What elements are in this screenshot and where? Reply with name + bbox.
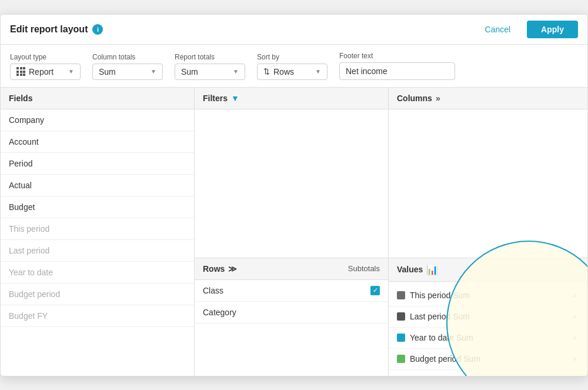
sort-by-value: Rows bbox=[273, 67, 294, 76]
column-totals-chevron: ▼ bbox=[151, 68, 156, 75]
layout-type-label: Layout type bbox=[10, 53, 81, 61]
column-totals-group: Column totals Sum ▼ bbox=[92, 53, 163, 80]
fields-list: CompanyAccountPeriodActualBudgetThis per… bbox=[1, 109, 194, 327]
value-remove-button[interactable]: × bbox=[570, 354, 579, 365]
value-label: Last period Sum bbox=[410, 312, 565, 321]
value-item: Last period Sum× bbox=[389, 306, 587, 328]
value-remove-button[interactable]: × bbox=[570, 290, 579, 301]
fields-header: Fields bbox=[1, 88, 194, 109]
report-totals-select[interactable]: Sum ▼ bbox=[175, 64, 245, 80]
value-label: Year to date Sum bbox=[410, 333, 565, 342]
field-item[interactable]: Last period bbox=[1, 240, 194, 262]
columns-title: Columns bbox=[397, 94, 432, 103]
columns-header: Columns » bbox=[389, 88, 587, 109]
filters-body bbox=[195, 109, 388, 258]
layout-type-select[interactable]: Report ▼ bbox=[10, 64, 81, 80]
value-color-indicator bbox=[397, 355, 405, 363]
checkbox-check: ✓ bbox=[373, 287, 378, 294]
layout-type-value: Report bbox=[29, 67, 54, 76]
modal-header: Edit report layout i Cancel Apply bbox=[1, 15, 587, 45]
footer-text-input[interactable] bbox=[339, 62, 455, 80]
filters-panel: Filters ▼ bbox=[195, 88, 388, 258]
row-item-label: Category bbox=[203, 308, 236, 317]
columns-panel: Columns » bbox=[389, 88, 587, 258]
rows-list: Class✓Category bbox=[195, 280, 388, 324]
fields-panel: Fields CompanyAccountPeriodActualBudgetT… bbox=[1, 88, 195, 376]
footer-text-group: Footer text bbox=[339, 52, 455, 80]
value-color-indicator bbox=[397, 334, 405, 342]
report-totals-value: Sum bbox=[181, 67, 198, 76]
value-remove-button[interactable]: × bbox=[570, 311, 579, 322]
columns-body bbox=[389, 109, 587, 258]
value-label: Budget period Sum bbox=[410, 354, 565, 364]
value-color-indicator bbox=[397, 312, 405, 321]
field-item[interactable]: Account bbox=[1, 131, 194, 153]
fields-title: Fields bbox=[9, 94, 32, 103]
edit-report-layout-modal: Edit report layout i Cancel Apply Layout… bbox=[0, 14, 588, 376]
report-totals-group: Report totals Sum ▼ bbox=[175, 53, 245, 80]
values-header: Values 📊 bbox=[389, 258, 587, 282]
value-label: This period Sum bbox=[410, 291, 565, 300]
row-item: Class✓ bbox=[195, 280, 388, 302]
field-item[interactable]: Budget period bbox=[1, 284, 194, 305]
field-item[interactable]: Company bbox=[1, 109, 194, 131]
values-list: This period Sum×Last period Sum×Year to … bbox=[389, 282, 587, 374]
subtotal-checkbox[interactable]: ✓ bbox=[370, 286, 380, 295]
sort-by-select[interactable]: ⇅ Rows ▼ bbox=[257, 64, 328, 80]
apply-button[interactable]: Apply bbox=[527, 21, 578, 38]
value-item: Year to date Sum× bbox=[389, 328, 587, 349]
report-totals-label: Report totals bbox=[175, 53, 245, 61]
info-icon[interactable]: i bbox=[92, 24, 103, 35]
field-item[interactable]: Year to date bbox=[1, 262, 194, 284]
field-item[interactable]: Period bbox=[1, 153, 194, 175]
middle-column: Filters ▼ Rows ≫ Subtotals Class✓Categor… bbox=[195, 88, 389, 376]
field-item[interactable]: Budget bbox=[1, 196, 194, 218]
values-title: Values bbox=[397, 265, 423, 274]
layout-type-chevron: ▼ bbox=[68, 68, 74, 75]
subtotals-label: Subtotals bbox=[348, 264, 380, 273]
value-item: Budget period Sum× bbox=[389, 349, 587, 370]
columns-double-chevron: » bbox=[436, 94, 440, 103]
footer-text-label: Footer text bbox=[339, 52, 455, 60]
bar-chart-icon: 📊 bbox=[426, 264, 438, 275]
field-item[interactable]: This period bbox=[1, 218, 194, 240]
rows-header: Rows ≫ Subtotals bbox=[195, 258, 388, 280]
sort-by-chevron: ▼ bbox=[315, 68, 321, 75]
row-item-label: Class bbox=[203, 286, 223, 295]
header-actions: Cancel Apply bbox=[473, 21, 578, 38]
filter-icon: ▼ bbox=[231, 94, 239, 103]
filters-header: Filters ▼ bbox=[195, 88, 388, 109]
field-item[interactable]: Actual bbox=[1, 175, 194, 196]
values-panel: Values 📊 This period Sum×Last period Sum… bbox=[389, 258, 587, 376]
row-item: Category bbox=[195, 302, 388, 324]
column-totals-select[interactable]: Sum ▼ bbox=[92, 64, 163, 80]
right-column: Columns » Values 📊 This period Sum×Last … bbox=[389, 88, 587, 376]
layout-type-group: Layout type Report ▼ bbox=[10, 53, 81, 80]
grid-icon bbox=[16, 67, 25, 76]
value-remove-button[interactable]: × bbox=[570, 332, 579, 344]
rows-sort-icon: ≫ bbox=[228, 264, 237, 274]
column-totals-label: Column totals bbox=[92, 53, 163, 61]
rows-panel: Rows ≫ Subtotals Class✓Category bbox=[195, 258, 388, 376]
filters-title: Filters bbox=[203, 94, 228, 103]
sort-icon: ⇅ bbox=[263, 67, 270, 76]
cancel-button[interactable]: Cancel bbox=[473, 21, 523, 38]
sort-by-label: Sort by bbox=[257, 53, 328, 61]
rows-title: Rows bbox=[203, 264, 225, 274]
main-layout: Fields CompanyAccountPeriodActualBudgetT… bbox=[1, 88, 587, 376]
value-item: This period Sum× bbox=[389, 285, 587, 306]
title-group: Edit report layout i bbox=[10, 24, 103, 35]
value-color-indicator bbox=[397, 291, 405, 299]
report-totals-chevron: ▼ bbox=[233, 68, 239, 75]
modal-title: Edit report layout bbox=[10, 24, 88, 35]
toolbar: Layout type Report ▼ Column totals Sum ▼… bbox=[1, 45, 587, 88]
field-item[interactable]: Budget FY bbox=[1, 305, 194, 327]
sort-by-group: Sort by ⇅ Rows ▼ bbox=[257, 53, 328, 80]
column-totals-value: Sum bbox=[99, 67, 116, 76]
